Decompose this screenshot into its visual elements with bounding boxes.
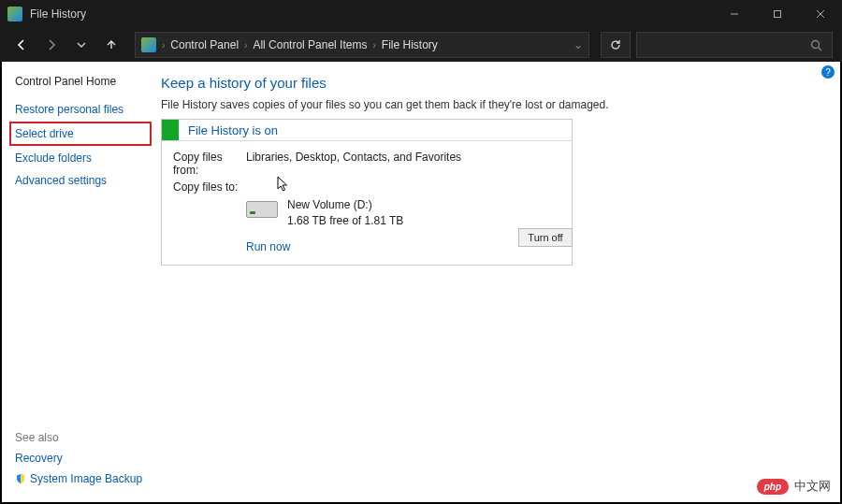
sidebar-link-recovery[interactable]: Recovery bbox=[15, 452, 152, 465]
breadcrumb-item[interactable]: Control Panel bbox=[170, 38, 239, 51]
breadcrumb-item[interactable]: All Control Panel Items bbox=[253, 38, 367, 51]
annotation-highlight: Select drive bbox=[9, 122, 152, 146]
see-also-label: See also bbox=[15, 431, 152, 444]
chevron-right-icon: › bbox=[372, 40, 375, 50]
drive-free-space: 1.68 TB free of 1.81 TB bbox=[287, 213, 403, 229]
nav-bar: › Control Panel › All Control Panel Item… bbox=[0, 28, 842, 62]
refresh-button[interactable] bbox=[601, 32, 631, 58]
search-input[interactable] bbox=[636, 32, 833, 58]
copy-from-label: Copy files from: bbox=[173, 151, 246, 177]
title-bar: File History bbox=[0, 0, 842, 28]
shield-icon bbox=[15, 473, 26, 484]
svg-point-4 bbox=[812, 40, 820, 48]
chevron-down-icon[interactable]: ⌄ bbox=[573, 38, 583, 51]
search-icon bbox=[810, 39, 822, 51]
recent-dropdown[interactable] bbox=[69, 33, 94, 57]
control-panel-home-link[interactable]: Control Panel Home bbox=[15, 75, 152, 88]
sidebar: Control Panel Home Restore personal file… bbox=[2, 62, 152, 502]
status-title: File History is on bbox=[179, 123, 278, 137]
sidebar-link-exclude[interactable]: Exclude folders bbox=[15, 151, 152, 165]
svg-line-5 bbox=[819, 47, 822, 50]
maximize-button[interactable] bbox=[756, 0, 799, 28]
address-bar[interactable]: › Control Panel › All Control Panel Item… bbox=[135, 32, 589, 58]
main-panel: Keep a history of your files File Histor… bbox=[152, 62, 840, 502]
chevron-right-icon: › bbox=[244, 40, 247, 50]
chevron-right-icon: › bbox=[162, 40, 165, 50]
watermark-badge: php bbox=[757, 479, 789, 495]
drive-name: New Volume (D:) bbox=[287, 197, 403, 213]
sidebar-link-advanced[interactable]: Advanced settings bbox=[15, 174, 152, 187]
drive-icon bbox=[246, 201, 278, 218]
svg-rect-1 bbox=[775, 11, 781, 18]
back-button[interactable] bbox=[9, 33, 34, 57]
watermark-text: 中文网 bbox=[794, 478, 831, 495]
status-box: File History is on Copy files from: Libr… bbox=[161, 119, 573, 266]
sidebar-link-system-image[interactable]: System Image Backup bbox=[15, 472, 152, 485]
sidebar-link-restore[interactable]: Restore personal files bbox=[15, 103, 152, 116]
status-indicator bbox=[162, 120, 179, 140]
window-title: File History bbox=[30, 7, 713, 21]
control-panel-icon bbox=[141, 37, 156, 52]
forward-button[interactable] bbox=[39, 33, 64, 57]
run-now-link[interactable]: Run now bbox=[246, 240, 560, 253]
page-heading: Keep a history of your files bbox=[161, 75, 812, 91]
app-icon bbox=[7, 7, 22, 22]
breadcrumb-item[interactable]: File History bbox=[382, 38, 438, 51]
turn-off-button[interactable]: Turn off bbox=[518, 228, 573, 247]
content-area: ? Control Panel Home Restore personal fi… bbox=[2, 62, 840, 502]
copy-from-value: Libraries, Desktop, Contacts, and Favori… bbox=[246, 151, 461, 177]
up-button[interactable] bbox=[99, 33, 123, 57]
page-description: File History saves copies of your files … bbox=[161, 98, 812, 111]
minimize-button[interactable] bbox=[713, 0, 756, 28]
close-button[interactable] bbox=[799, 0, 842, 28]
sidebar-link-select-drive[interactable]: Select drive bbox=[15, 127, 74, 140]
watermark: php 中文网 bbox=[757, 478, 831, 495]
copy-to-label: Copy files to: bbox=[173, 180, 246, 194]
